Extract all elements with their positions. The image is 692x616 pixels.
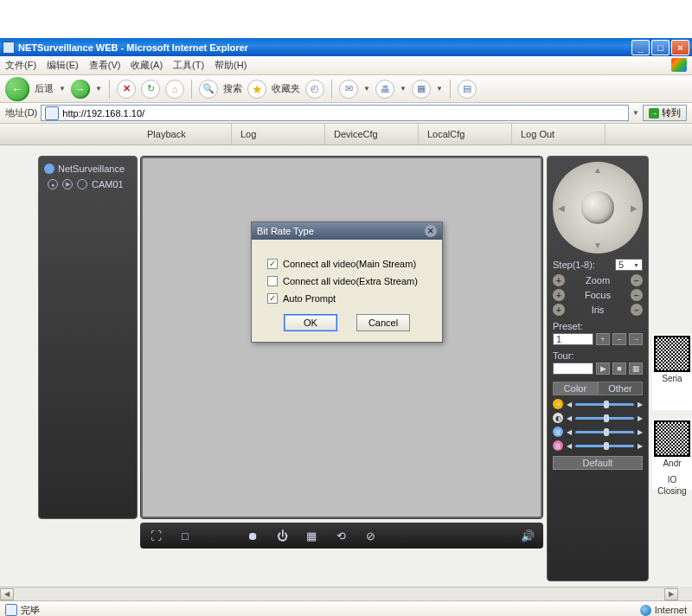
saturation-slider[interactable] [575,431,634,433]
tour-play-button[interactable]: ▶ [596,363,610,375]
preset-del-button[interactable]: − [612,333,626,345]
edit-button[interactable]: ▦ [412,80,431,99]
ptz-down-icon[interactable]: ▼ [593,241,602,250]
color-tab[interactable]: Color [553,382,598,395]
mail-button[interactable]: ✉ [339,80,358,99]
forward-dropdown-icon[interactable]: ▼ [95,85,102,93]
stop-icon[interactable] [77,179,87,189]
dialog-title: Bit Rate Type [257,226,314,236]
go-button[interactable]: → 转到 [643,105,687,121]
menu-tools[interactable]: 工具(T) [173,59,204,72]
ptz-right-icon[interactable]: ▶ [631,203,638,213]
tour-grid-button[interactable]: ▦ [629,363,643,375]
tree-root[interactable]: NetSurveillance [44,164,131,174]
qr-code-icon [654,420,690,457]
app-tabs: Playback Log DeviceCfg LocalCfg Log Out [0,124,692,145]
refresh-button[interactable]: ↻ [141,80,160,99]
menu-view[interactable]: 查看(V) [89,59,121,72]
other-tab[interactable]: Other [598,382,643,395]
camera-label[interactable]: CAM01 [92,179,124,189]
menu-edit[interactable]: 编辑(E) [47,59,79,72]
iris-in-button[interactable]: + [553,304,565,316]
menu-help[interactable]: 帮助(H) [215,59,247,72]
back-label: 后退 [35,82,54,95]
auto-prompt-checkbox[interactable]: ✓Auto Prompt [267,293,426,304]
brightness-slider[interactable] [575,403,634,406]
contrast-slider[interactable] [575,417,634,420]
scroll-right-icon[interactable]: ▶ [664,588,678,600]
step-select[interactable]: 5▼ [615,259,643,271]
ok-button[interactable]: OK [284,314,337,331]
tab-localcfg[interactable]: LocalCfg [419,124,512,144]
preset-label: Preset: [553,321,643,331]
zoom-out-button[interactable]: − [631,274,643,286]
video-toolbar: ⛶ □ ⏺ ⏻ ▦ ⟲ ⊘ 🔊 [140,523,543,549]
preset-input[interactable]: 1 [553,333,593,345]
tab-playback[interactable]: Playback [138,124,232,144]
preset-add-button[interactable]: + [596,333,610,345]
single-view-icon[interactable]: □ [176,528,194,543]
search-icon[interactable]: 🔍 [199,80,218,99]
preset-go-button[interactable]: → [629,333,643,345]
tour-stop-button[interactable]: ■ [612,363,626,375]
ptz-left-icon[interactable]: ◀ [558,203,565,213]
horizontal-scrollbar[interactable]: ◀ ▶ [0,587,678,600]
history-button[interactable]: ◴ [305,80,324,99]
iris-out-button[interactable]: − [631,304,643,316]
minimize-button[interactable]: _ [631,40,650,55]
favorites-icon[interactable]: ★ [247,80,266,99]
main-stream-checkbox[interactable]: ✓Connect all video(Main Stream) [267,259,426,269]
scroll-left-icon[interactable]: ◀ [0,588,14,600]
forward-button[interactable]: → [71,80,90,99]
fullscreen-icon[interactable]: ⛶ [147,528,164,543]
cancel-button[interactable]: Cancel [356,314,410,331]
maximize-button[interactable]: □ [651,40,670,55]
focus-in-button[interactable]: + [553,289,565,301]
tab-devicecfg[interactable]: DeviceCfg [325,124,419,144]
contrast-icon: ◐ [553,413,563,423]
discuss-button[interactable]: ▤ [458,80,477,99]
ptz-panel: ▲ ▼ ▶ ◀ Step(1-8): 5▼ +Zoom− +Focus− +Ir… [547,156,649,581]
dialog-titlebar[interactable]: Bit Rate Type ✕ [252,222,442,240]
ptz-center[interactable] [581,191,614,224]
picture-icon[interactable]: ▦ [303,528,320,543]
dialog-close-button[interactable]: ✕ [425,225,437,237]
tab-logout[interactable]: Log Out [512,124,606,144]
menu-file[interactable]: 文件(F) [5,59,36,72]
record-icon[interactable]: ● [48,179,58,189]
default-button[interactable]: Default [553,456,643,470]
address-input[interactable]: http://192.168.1.10/ [41,105,629,121]
back-dropdown-icon[interactable]: ▼ [59,85,66,93]
bitrate-dialog: Bit Rate Type ✕ ✓Connect all video(Main … [251,221,443,343]
close-button[interactable]: × [671,40,689,55]
ptz-up-icon[interactable]: ▲ [593,165,602,175]
zoom-in-button[interactable]: + [553,274,565,286]
stop-button[interactable]: ✕ [117,80,136,99]
back-button[interactable]: ← [5,77,29,101]
done-icon [5,604,17,616]
status-bar: 完毕 Internet [0,600,692,616]
hue-slider[interactable] [575,445,634,447]
menu-favorites[interactable]: 收藏(A) [131,59,163,72]
print-button[interactable]: 🖶 [375,80,394,99]
iris-label: Iris [565,305,631,315]
home-button[interactable]: ⌂ [165,80,184,99]
snapshot-icon[interactable]: ⏺ [244,528,261,543]
tour-input[interactable] [553,363,593,375]
extra-stream-checkbox[interactable]: Connect all video(Extra Stream) [267,276,426,286]
qr-serial: Seria [652,334,692,410]
favorites-label: 收藏夹 [272,82,300,95]
menu-bar: 文件(F) 编辑(E) 查看(V) 收藏(A) 工具(T) 帮助(H) [0,56,692,75]
volume-icon[interactable]: 🔊 [519,528,536,543]
disconnect-icon[interactable]: ⊘ [362,528,379,543]
play-icon[interactable]: ▶ [62,179,73,189]
record-all-icon[interactable]: ⏻ [273,528,291,543]
ptz-joystick[interactable]: ▲ ▼ ▶ ◀ [553,162,643,253]
focus-out-button[interactable]: − [631,289,643,301]
connect-icon[interactable]: ⟲ [332,528,349,543]
tab-log[interactable]: Log [232,124,325,144]
address-dropdown-icon[interactable]: ▼ [632,109,639,117]
window-title: NETSurveillance WEB - Microsoft Internet… [18,42,631,53]
window-titlebar: NETSurveillance WEB - Microsoft Internet… [0,38,692,56]
status-text: 完毕 [21,604,40,617]
